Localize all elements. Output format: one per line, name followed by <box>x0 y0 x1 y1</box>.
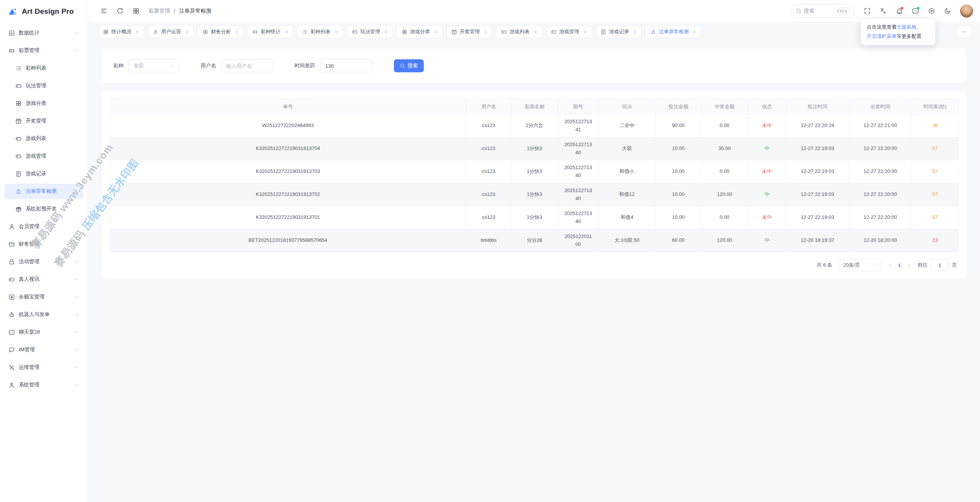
cell-diff: 57 <box>912 183 959 206</box>
current-page-number[interactable]: 1 <box>898 262 901 268</box>
tab-close-icon[interactable] <box>135 29 140 34</box>
messages-button[interactable] <box>908 4 923 18</box>
sidebar-item-activity-mgmt[interactable]: 活动管理 <box>5 254 83 269</box>
sidebar-item-yuebao-mgmt[interactable]: 余额宝管理 <box>5 289 83 305</box>
goto-page-input[interactable] <box>931 259 949 271</box>
app-logo[interactable]: Art Design Pro <box>5 0 83 23</box>
tab-stats-overview[interactable]: 统计概况 <box>98 25 144 38</box>
pagination: 共 6 条 20条/页 1 前往 页 <box>109 259 959 271</box>
sidebar-item-label: 注单异常检测 <box>26 188 79 195</box>
tab-draw-mgmt[interactable]: 开奖管理 <box>446 25 492 38</box>
fullscreen-button[interactable] <box>860 4 874 18</box>
cell-bet-amount: 10.00 <box>655 183 701 206</box>
tab-game-list[interactable]: 游戏列表 <box>496 25 542 38</box>
prev-page-button[interactable] <box>887 262 893 268</box>
tab-close-icon[interactable] <box>384 29 389 34</box>
sidebar-item-chatroom-28[interactable]: 聊天室28 <box>5 324 83 340</box>
tooltip-theme-link[interactable]: 主题风格 <box>897 24 916 30</box>
topbar-right: 搜索 Ctrl k 文A <box>792 4 973 18</box>
user-icon <box>8 382 15 388</box>
table-row: K3202512272219031913703cs1231分快320251227… <box>110 160 959 183</box>
tab-label: 游戏列表 <box>510 28 529 35</box>
tab-play-mgmt[interactable]: 玩法管理 <box>347 25 393 38</box>
sidebar-item-game-category[interactable]: 游戏分类 <box>5 96 83 111</box>
refresh-button[interactable] <box>113 4 127 18</box>
tab-lottery-stats[interactable]: 彩种统计 <box>247 25 293 38</box>
tab-close-icon[interactable] <box>234 29 239 34</box>
column-header-7: 状态 <box>748 99 786 114</box>
lottery-select[interactable]: 全部 <box>129 59 179 72</box>
cell-status: 中 <box>748 183 786 206</box>
tab-close-icon[interactable] <box>632 29 637 34</box>
tab-close-icon[interactable] <box>433 29 438 34</box>
sidebar-item-game-mgmt[interactable]: 游戏管理 <box>5 148 83 164</box>
next-page-button[interactable] <box>906 262 911 268</box>
timediff-input[interactable] <box>320 59 372 72</box>
ticket-icon <box>8 47 15 54</box>
tab-label: 用户运营 <box>161 28 181 35</box>
tab-close-icon[interactable] <box>284 29 289 34</box>
tab-label: 注单异常检测 <box>659 28 689 35</box>
tab-close-icon[interactable] <box>185 29 189 34</box>
sidebar-item-robot-orders[interactable]: 机器人与发单 <box>5 307 83 322</box>
sidebar-item-draw-mgmt[interactable]: 开奖管理 <box>5 113 83 129</box>
tab-game-records[interactable]: 游戏记录 <box>596 25 642 38</box>
sidebar-item-system-mgmt[interactable]: 系统管理 <box>5 377 83 393</box>
chevron-down-icon <box>170 64 175 68</box>
tooltip-topbar-link[interactable]: 开启顶栏菜单 <box>867 33 897 39</box>
tab-game-mgmt[interactable]: 游戏管理 <box>546 25 592 38</box>
sidebar-item-label: 聊天室28 <box>19 329 74 336</box>
sidebar-item-im-mgmt[interactable]: IM管理 <box>5 342 83 357</box>
notifications-bell-button[interactable] <box>892 4 906 18</box>
lottery-filter-label: 彩种 <box>113 62 124 69</box>
table-row: K3202512272219031913702cs1231分快320251227… <box>110 183 959 206</box>
tab-label: 财务分析 <box>211 28 231 35</box>
user-avatar[interactable] <box>960 5 973 18</box>
tab-user-operation[interactable]: 用户运营 <box>148 25 194 38</box>
breadcrumb-parent[interactable]: 彩票管理 <box>149 8 170 15</box>
sidebar-item-game-list[interactable]: 游戏列表 <box>5 131 83 146</box>
global-search-input[interactable]: 搜索 Ctrl k <box>792 4 854 18</box>
search-button[interactable]: 搜索 <box>394 59 424 72</box>
tab-abnormal-bet-detect[interactable]: 注单异常检测 <box>645 25 701 38</box>
sidebar-item-lottery-mgmt[interactable]: 彩票管理 <box>5 43 83 58</box>
sidebar-item-ops-mgmt[interactable]: 运维管理 <box>5 360 83 375</box>
cell-play: 和值小 <box>599 160 656 183</box>
apps-grid-button[interactable] <box>129 4 143 18</box>
sidebar-item-lottery-list[interactable]: 彩种列表 <box>5 60 83 76</box>
cell-status: 未中 <box>748 160 786 183</box>
tab-close-icon[interactable] <box>583 29 588 34</box>
tab-close-icon[interactable] <box>334 29 339 34</box>
tab-game-category[interactable]: 游戏分类 <box>397 25 443 38</box>
sidebar-item-game-records[interactable]: 游戏记录 <box>5 166 83 181</box>
page-size-select[interactable]: 20条/页 <box>838 259 881 271</box>
sidebar-item-finance-mgmt[interactable]: 财务管理 <box>5 236 83 252</box>
cell-lottery: 1分快3 <box>511 183 558 206</box>
tab-lottery-list[interactable]: 彩种列表 <box>297 25 343 38</box>
settings-gear-button[interactable] <box>924 4 939 18</box>
sidebar-item-play-mgmt[interactable]: 玩法管理 <box>5 78 83 93</box>
gamepad-icon <box>352 29 358 35</box>
sidebar-item-member-mgmt[interactable]: 会员管理 <box>5 219 83 234</box>
sidebar-item-label: 游戏记录 <box>26 170 79 177</box>
cell-bet-time: 12-27 22:19:03 <box>786 183 849 206</box>
column-header-8: 投注时间 <box>786 99 849 114</box>
filter-lottery-group: 彩种 全部 <box>113 59 179 72</box>
cell-username: cs123 <box>466 114 511 137</box>
username-input[interactable] <box>221 59 273 72</box>
tab-finance-analysis[interactable]: 财务分析 <box>198 25 243 38</box>
sidebar-item-abnormal-bet-detect[interactable]: 注单异常检测 <box>5 184 83 199</box>
tabs-dropdown-button[interactable] <box>956 25 972 38</box>
goto-label: 前往 <box>918 262 928 269</box>
sidebar-item-system-pre-draw[interactable]: 系统彩预开奖 <box>5 201 83 217</box>
tab-close-icon[interactable] <box>483 29 488 34</box>
tab-close-icon[interactable] <box>692 29 697 34</box>
collapse-menu-button[interactable] <box>96 4 111 18</box>
dark-mode-moon-button[interactable] <box>940 4 955 18</box>
calendar-icon <box>451 29 457 35</box>
translate-button[interactable]: 文A <box>876 4 890 18</box>
tab-close-icon[interactable] <box>533 29 538 34</box>
sidebar-item-live-video[interactable]: 真人视讯 <box>5 272 83 287</box>
sidebar-item-data-stats[interactable]: 数据统计 <box>5 25 83 41</box>
column-header-2: 彩票名称 <box>511 99 558 114</box>
